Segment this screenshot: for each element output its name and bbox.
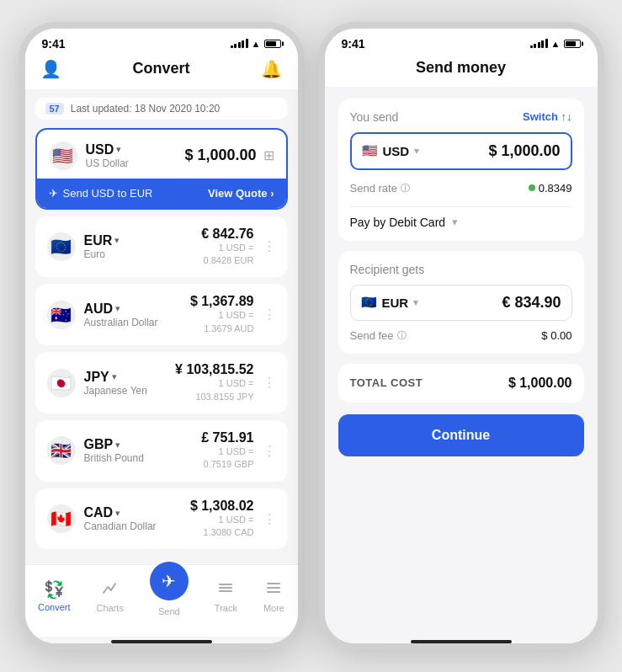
send-fee-label: Send fee ⓘ (350, 329, 407, 342)
usd-send-code: USD (383, 144, 410, 158)
time-2: 9:41 (342, 37, 365, 51)
jpy-amount: ¥ 103,815.52 (175, 362, 253, 377)
signal-icon (231, 40, 248, 48)
battery-icon-2 (564, 40, 581, 48)
bell-icon[interactable]: 🔔 (261, 59, 282, 79)
jpy-name: Japanese Yen (84, 385, 147, 397)
usd-amount: $ 1,000.00 (184, 147, 256, 164)
bottom-nav-1: 💱 Convert Charts ✈ Send T (25, 564, 298, 637)
last-updated-bar: 57 Last updated: 18 Nov 2020 10:20 (35, 98, 288, 120)
convert-content: 57 Last updated: 18 Nov 2020 10:20 🇺🇸 US… (25, 89, 298, 565)
list-item[interactable]: 🇦🇺 AUD ▾ Australian Dollar (35, 284, 288, 345)
list-item[interactable]: 🇨🇦 CAD ▾ Canadian Dollar (35, 488, 288, 550)
view-quote-link[interactable]: View Quote › (208, 187, 274, 200)
you-send-currency-select[interactable]: 🇺🇸 USD ▾ (362, 143, 420, 158)
wifi-icon: ▲ (252, 39, 261, 49)
jpy-flag: 🇯🇵 (47, 369, 76, 397)
send-fee-value: $ 0.00 (541, 329, 571, 342)
send-money-content: You send Switch ↑↓ 🇺🇸 USD ▾ $ 1,000.00 (325, 87, 598, 637)
more-nav-icon (265, 579, 282, 600)
nav-item-more[interactable]: More (257, 576, 291, 616)
phone-send-money: 9:41 ▲ Send money (318, 22, 604, 651)
nav-item-convert[interactable]: 💱 Convert (31, 576, 77, 616)
jpy-more-icon[interactable]: ⋮ (263, 375, 276, 391)
list-item[interactable]: 🇯🇵 JPY ▾ Japanese Yen ¥ 1 (35, 352, 288, 413)
usd-code: USD (86, 142, 114, 157)
send-rate-row: Send rate ⓘ 0.8349 (350, 179, 572, 198)
usd-flag: 🇺🇸 (49, 141, 77, 170)
send-nav-label: Send (158, 606, 180, 616)
pay-method-row[interactable]: Pay by Debit Card ▾ (350, 216, 572, 229)
status-bar-2: 9:41 ▲ (325, 29, 598, 54)
cad-more-icon[interactable]: ⋮ (263, 511, 276, 527)
nav-item-send[interactable]: ✈ Send (143, 572, 195, 620)
aud-rate: 1 USD =1.3679 AUD (190, 309, 254, 335)
send-nav-button[interactable]: ✈ (150, 562, 189, 600)
gbp-code: GBP (84, 437, 114, 452)
nav-item-track[interactable]: Track (208, 576, 244, 616)
continue-button[interactable]: Continue (338, 414, 584, 456)
status-bar-1: 9:41 ▲ (25, 29, 298, 54)
send-arrow-icon: ✈ (49, 187, 58, 200)
total-cost-value: $ 1,000.00 (508, 376, 572, 391)
eur-rate: 1 USD =0.8428 EUR (201, 242, 253, 268)
total-cost-label: TOTAL COST (350, 376, 423, 389)
list-item[interactable]: 🇪🇺 EUR ▾ Euro € 842.76 (35, 216, 288, 278)
aud-name: Australian Dollar (84, 317, 158, 328)
recipient-currency-row[interactable]: 🇪🇺 EUR ▾ € 834.90 (350, 285, 572, 321)
eur-dropdown[interactable]: ▾ (114, 235, 120, 246)
charts-nav-icon (102, 579, 119, 600)
status-icons-2: ▲ (530, 39, 581, 49)
wifi-icon-2: ▲ (551, 39, 561, 49)
cad-rate: 1 USD =1.3080 CAD (190, 514, 254, 540)
usd-send-flag: 🇺🇸 (362, 143, 378, 158)
usd-send-chevron: ▾ (414, 146, 419, 157)
eur-recipient-code: EUR (382, 296, 409, 310)
calculator-icon[interactable]: ⊞ (263, 147, 274, 163)
convert-nav-icon: 💱 (44, 579, 65, 600)
rate-info-icon: ⓘ (401, 182, 410, 195)
usd-dropdown[interactable]: ▾ (116, 144, 121, 155)
recipient-gets-card: Recipient gets 🇪🇺 EUR ▾ € 834.90 Send fe… (338, 251, 584, 354)
switch-button[interactable]: Switch ↑↓ (523, 110, 572, 123)
more-nav-label: More (263, 603, 284, 613)
send-quote-action[interactable]: ✈ Send USD to EUR View Quote › (37, 179, 286, 208)
eur-amount: € 842.76 (201, 227, 253, 242)
recipient-amount: € 834.90 (502, 294, 561, 312)
aud-amount: $ 1,367.89 (190, 294, 254, 309)
eur-more-icon[interactable]: ⋮ (263, 238, 276, 254)
gbp-rate: 1 USD =0.7519 GBP (201, 445, 253, 472)
page-title-1: Convert (132, 60, 189, 77)
main-currency-card[interactable]: 🇺🇸 USD ▾ US Dollar $ 1,000.00 (35, 128, 288, 210)
cad-name: Canadian Dollar (84, 520, 157, 532)
time-1: 9:41 (42, 37, 66, 51)
signal-icon-2 (530, 40, 548, 48)
aud-dropdown[interactable]: ▾ (115, 303, 120, 314)
jpy-dropdown[interactable]: ▾ (112, 371, 117, 382)
gbp-name: British Pound (84, 452, 144, 464)
profile-icon[interactable]: 👤 (40, 59, 61, 79)
list-item[interactable]: 🇬🇧 GBP ▾ British Pound £ (35, 420, 288, 482)
gbp-dropdown[interactable]: ▾ (115, 440, 120, 451)
send-fee-row: Send fee ⓘ $ 0.00 (350, 329, 572, 342)
gbp-more-icon[interactable]: ⋮ (263, 443, 276, 459)
track-nav-icon (217, 579, 234, 600)
eur-recipient-chevron: ▾ (413, 297, 418, 308)
app-header-2: Send money (325, 54, 598, 87)
fee-info-icon: ⓘ (397, 329, 407, 342)
recipient-currency-select[interactable]: 🇪🇺 EUR ▾ (361, 295, 419, 310)
rate-dot (529, 184, 535, 191)
aud-more-icon[interactable]: ⋮ (263, 307, 276, 323)
nav-item-charts[interactable]: Charts (89, 576, 130, 616)
eur-name: Euro (84, 248, 120, 260)
you-send-currency-row[interactable]: 🇺🇸 USD ▾ $ 1,000.00 (350, 132, 572, 170)
app-header-1: 👤 Convert 🔔 (25, 54, 298, 89)
you-send-amount[interactable]: $ 1,000.00 (488, 142, 560, 160)
divider-1 (350, 206, 572, 207)
pay-chevron-icon: ▾ (452, 216, 458, 228)
cad-dropdown[interactable]: ▾ (115, 508, 120, 519)
aud-flag: 🇦🇺 (47, 301, 76, 329)
gbp-amount: £ 751.91 (201, 430, 253, 445)
pay-method-label: Pay by Debit Card (350, 216, 446, 229)
battery-icon (264, 40, 281, 48)
